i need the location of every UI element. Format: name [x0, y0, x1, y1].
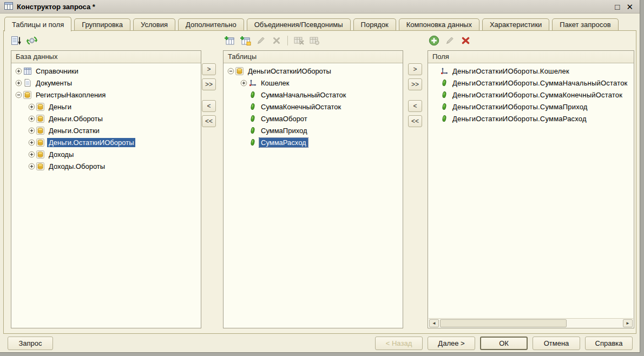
- tree-item[interactable]: ДеньгиОстаткиИОбороты.СуммаНачальныйОста…: [428, 77, 634, 89]
- tree-item-label[interactable]: Деньги.Остатки: [47, 126, 101, 135]
- query-constructor-dialog: Конструктор запроса * □ ✕ Таблицы и поля…: [0, 0, 640, 353]
- tree-item-label[interactable]: РегистрыНакопления: [34, 90, 107, 100]
- delete-table-button: [270, 34, 283, 47]
- fields-panel: Поля ДеньгиОстаткиИОбороты.КошелекДеньги…: [428, 50, 634, 328]
- tree-item[interactable]: РегистрыНакопления: [11, 89, 201, 101]
- move-left-button[interactable]: <: [408, 100, 422, 112]
- collapse-icon[interactable]: [15, 91, 23, 98]
- tree-item[interactable]: СуммаКонечныйОстаток: [224, 101, 403, 113]
- tab-3[interactable]: Условия: [133, 18, 175, 31]
- tree-item[interactable]: СуммаОборот: [224, 113, 403, 124]
- tree-item[interactable]: Деньги.Обороты: [11, 113, 201, 124]
- tree-item-label[interactable]: ДеньгиОстаткиИОбороты.СуммаРасход: [451, 114, 588, 123]
- expand-icon[interactable]: [28, 115, 36, 122]
- move-all-left-button[interactable]: <<: [202, 115, 216, 127]
- tree-item[interactable]: Доходы: [11, 148, 201, 160]
- add-field-button[interactable]: [428, 34, 441, 47]
- fields-horizontal-scrollbar[interactable]: ◄ ►: [429, 318, 633, 327]
- expand-icon[interactable]: [28, 127, 36, 134]
- move-all-right-button[interactable]: >>: [202, 78, 216, 90]
- tree-item[interactable]: Деньги: [11, 101, 201, 113]
- next-button[interactable]: Далее >: [428, 337, 475, 350]
- tree-item[interactable]: СуммаНачальныйОстаток: [224, 89, 403, 101]
- move-right-button[interactable]: >: [408, 63, 422, 75]
- query-order-button[interactable]: [10, 34, 23, 47]
- tree-item-label[interactable]: Справочники: [34, 67, 80, 76]
- tree-item-label[interactable]: ДеньгиОстаткиИОбороты: [246, 67, 333, 76]
- move-all-left-button[interactable]: <<: [408, 115, 422, 127]
- tree-item[interactable]: Документы: [11, 77, 201, 89]
- tree-item[interactable]: Доходы.Обороты: [11, 160, 201, 172]
- expand-icon[interactable]: [28, 103, 36, 110]
- fields-list: ДеньгиОстаткиИОбороты.КошелекДеньгиОстат…: [428, 63, 634, 328]
- tree-item-label[interactable]: Деньги.ОстаткиИОбороты: [47, 138, 135, 147]
- tree-item-label[interactable]: ДеньгиОстаткиИОбороты.СуммаПриход: [451, 102, 589, 111]
- ok-button[interactable]: ОК: [480, 337, 528, 350]
- tree-item-label[interactable]: Доходы: [47, 150, 75, 159]
- tab-7[interactable]: Компоновка данных: [399, 18, 479, 31]
- scrollbar-thumb[interactable]: [440, 319, 567, 327]
- delete-field-button[interactable]: [459, 34, 472, 47]
- tree-item-label[interactable]: СуммаНачальныйОстаток: [259, 90, 347, 100]
- tab-5[interactable]: Объединения/Псевдонимы: [247, 18, 351, 31]
- add-nested-table-icon: [240, 36, 251, 46]
- expand-icon[interactable]: [28, 163, 36, 170]
- tree-item-label[interactable]: ДеньгиОстаткиИОбороты.СуммаКонечныйОстат…: [451, 90, 624, 100]
- expand-icon[interactable]: [28, 139, 36, 146]
- register-icon: [36, 139, 45, 147]
- query-button[interactable]: Запрос: [8, 337, 53, 350]
- tree-item-label[interactable]: ДеньгиОстаткиИОбороты.СуммаНачальныйОста…: [451, 78, 629, 88]
- tree-item-label[interactable]: Деньги.Обороты: [47, 114, 104, 123]
- add-nested-table-button[interactable]: [239, 34, 252, 47]
- tree-item[interactable]: СуммаРасход: [224, 136, 403, 148]
- scroll-left-button[interactable]: ◄: [429, 319, 439, 327]
- tree-item-label[interactable]: ДеньгиОстаткиИОбороты.Кошелек: [451, 67, 571, 76]
- settings-refresh-button[interactable]: [25, 34, 38, 47]
- close-button[interactable]: ✕: [626, 3, 633, 11]
- collapse-icon[interactable]: [227, 68, 235, 75]
- tree-item-label[interactable]: СуммаОборот: [259, 114, 309, 123]
- maximize-button[interactable]: □: [615, 3, 620, 11]
- tree-item-label[interactable]: Доходы.Обороты: [47, 162, 107, 171]
- tree-item-label[interactable]: Деньги: [47, 102, 73, 111]
- tree-item[interactable]: ДеньгиОстаткиИОбороты.Кошелек: [428, 65, 634, 77]
- tree-item-label[interactable]: СуммаПриход: [259, 126, 309, 135]
- tab-9[interactable]: Пакет запросов: [552, 18, 618, 31]
- tree-item[interactable]: Кошелек: [224, 77, 403, 89]
- toolbar-separator: [287, 36, 288, 45]
- expand-icon[interactable]: [15, 80, 23, 87]
- add-table-button[interactable]: [223, 34, 236, 47]
- tree-item-label[interactable]: СуммаКонечныйОстаток: [259, 102, 343, 111]
- scroll-right-button[interactable]: ►: [623, 319, 633, 327]
- tree-item-label[interactable]: Документы: [34, 78, 74, 88]
- expand-icon[interactable]: [28, 151, 36, 158]
- tab-1[interactable]: Таблицы и поля: [4, 17, 71, 31]
- tree-item[interactable]: Деньги.Остатки: [11, 124, 201, 136]
- tree-item[interactable]: ДеньгиОстаткиИОбороты: [224, 65, 403, 77]
- expand-icon[interactable]: [15, 68, 23, 75]
- scroll-left-icon: ◄: [432, 321, 436, 326]
- dimension-icon: [248, 79, 257, 87]
- move-left-button[interactable]: <: [202, 100, 216, 112]
- tree-item-label[interactable]: СуммаРасход: [259, 138, 308, 147]
- help-button[interactable]: Справка: [585, 337, 633, 350]
- tab-2[interactable]: Группировка: [74, 18, 130, 31]
- tab-4[interactable]: Дополнительно: [178, 18, 244, 31]
- edit-field-button: [443, 34, 456, 47]
- tree-item[interactable]: Справочники: [11, 65, 201, 77]
- move-all-right-button[interactable]: >>: [408, 78, 422, 90]
- tree-item[interactable]: ДеньгиОстаткиИОбороты.СуммаРасход: [428, 113, 634, 124]
- register-icon: [36, 115, 45, 123]
- tree-item[interactable]: ДеньгиОстаткиИОбороты.СуммаКонечныйОстат…: [428, 89, 634, 101]
- tab-8[interactable]: Характеристики: [482, 18, 549, 31]
- cancel-button[interactable]: Отмена: [533, 337, 580, 350]
- move-right-button[interactable]: >: [202, 63, 216, 75]
- register-icon: [23, 91, 32, 99]
- tree-item[interactable]: Деньги.ОстаткиИОбороты: [11, 136, 201, 148]
- expand-icon[interactable]: [240, 80, 248, 87]
- tree-item[interactable]: ДеньгиОстаткиИОбороты.СуммаПриход: [428, 101, 634, 113]
- tree-item[interactable]: СуммаПриход: [224, 124, 403, 136]
- tree-item-label[interactable]: Кошелек: [259, 78, 291, 88]
- tab-6[interactable]: Порядок: [353, 18, 396, 31]
- table-params-button: [308, 34, 321, 47]
